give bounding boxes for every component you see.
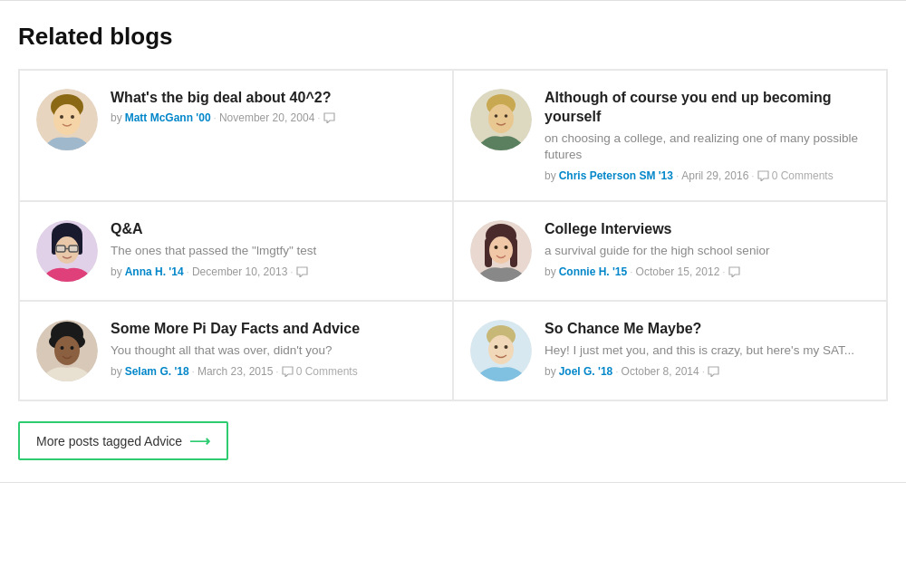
comment-count-2: 0 Comments	[772, 169, 834, 182]
card-meta-4: by Connie H. '15 · October 15, 2012 ·	[545, 265, 870, 278]
meta-by-1: by	[111, 111, 122, 124]
card-body-2: Although of course you end up becoming y…	[545, 89, 870, 182]
card-date-2: April 29, 2016	[681, 169, 748, 182]
card-meta-2: by Chris Peterson SM '13 · April 29, 201…	[545, 169, 870, 182]
card-author-1[interactable]: Matt McGann '00	[125, 111, 211, 124]
card-author-5[interactable]: Selam G. '18	[125, 365, 189, 378]
blog-card-4: College Interviews a survival guide for …	[453, 201, 887, 301]
comment-count-5: 0 Comments	[296, 365, 358, 378]
svg-point-8	[495, 114, 498, 118]
card-author-6[interactable]: Joel G. '18	[559, 365, 613, 378]
card-subtitle-5: You thought all that was over, didn't yo…	[111, 342, 436, 360]
card-subtitle-4: a survival guide for the high school sen…	[545, 243, 870, 260]
card-body-1: What's the big deal about 40^2? by Matt …	[111, 89, 436, 124]
svg-point-33	[488, 335, 514, 364]
avatar-joel	[470, 320, 532, 381]
avatar-connie	[470, 220, 532, 282]
comment-icon-3	[296, 266, 308, 277]
card-title-3[interactable]: Q&A	[111, 220, 436, 239]
card-date-4: October 15, 2012	[636, 265, 720, 278]
svg-point-22	[489, 236, 513, 264]
blog-card-3: Q&A The ones that passed the "lmgtfy" te…	[19, 201, 453, 301]
related-blogs-section: Related blogs	[0, 0, 906, 483]
avatar-anna	[36, 220, 98, 282]
svg-point-23	[495, 246, 498, 249]
arrow-icon: ⟶	[189, 432, 210, 449]
blog-card-5: Some More Pi Day Facts and Advice You th…	[19, 301, 453, 400]
meta-by-6: by	[545, 365, 556, 378]
comment-icon-2: 0 Comments	[757, 169, 834, 182]
card-date-1: November 20, 2004	[219, 111, 314, 124]
meta-by-4: by	[545, 265, 556, 278]
svg-point-35	[505, 345, 508, 349]
card-subtitle-2: on choosing a college, and realizing one…	[545, 130, 870, 165]
card-date-6: October 8, 2014	[622, 365, 699, 378]
more-posts-container: More posts tagged Advice ⟶	[18, 421, 888, 460]
svg-rect-15	[56, 246, 65, 252]
svg-point-24	[505, 246, 508, 249]
comment-icon-6	[708, 366, 719, 377]
avatar-matt	[36, 89, 98, 150]
card-title-6[interactable]: So Chance Me Maybe?	[545, 320, 870, 339]
avatar-chris	[470, 89, 532, 150]
card-body-6: So Chance Me Maybe? Hey! I just met you,…	[545, 320, 870, 378]
page-title: Related blogs	[18, 23, 888, 51]
svg-point-29	[61, 346, 64, 350]
card-date-5: March 23, 2015	[198, 365, 273, 378]
card-author-3[interactable]: Anna H. '14	[125, 265, 184, 278]
meta-by-5: by	[111, 365, 122, 378]
svg-point-4	[71, 115, 74, 119]
card-subtitle-6: Hey! I just met you, and this is crazy, …	[545, 342, 870, 360]
svg-point-30	[71, 346, 74, 350]
card-body-3: Q&A The ones that passed the "lmgtfy" te…	[111, 220, 436, 278]
comment-icon-5: 0 Comments	[282, 365, 358, 378]
blog-card-6: So Chance Me Maybe? Hey! I just met you,…	[453, 301, 887, 400]
card-meta-5: by Selam G. '18 · March 23, 2015 · 0 Com…	[111, 365, 436, 378]
blog-card-2: Although of course you end up becoming y…	[453, 70, 887, 201]
card-body-5: Some More Pi Day Facts and Advice You th…	[111, 320, 436, 378]
card-meta-6: by Joel G. '18 · October 8, 2014 ·	[545, 365, 870, 378]
svg-point-7	[488, 104, 514, 133]
meta-by-2: by	[545, 169, 556, 182]
card-subtitle-3: The ones that passed the "lmgtfy" test	[111, 243, 436, 260]
card-title-5[interactable]: Some More Pi Day Facts and Advice	[111, 320, 436, 339]
svg-point-9	[505, 114, 508, 118]
svg-point-28	[54, 336, 80, 365]
card-meta-1: by Matt McGann '00 · November 20, 2004 ·	[111, 111, 436, 124]
card-meta-3: by Anna H. '14 · December 10, 2013 ·	[111, 265, 436, 278]
svg-point-34	[495, 345, 498, 349]
card-date-3: December 10, 2013	[192, 265, 287, 278]
comment-icon-1	[323, 112, 335, 123]
meta-by-3: by	[111, 265, 122, 278]
card-author-2[interactable]: Chris Peterson SM '13	[559, 169, 673, 182]
avatar-selam	[36, 320, 98, 381]
blog-grid: What's the big deal about 40^2? by Matt …	[18, 69, 888, 401]
svg-point-3	[60, 115, 63, 119]
card-author-4[interactable]: Connie H. '15	[559, 265, 628, 278]
card-title-4[interactable]: College Interviews	[545, 220, 870, 239]
card-title-2[interactable]: Although of course you end up becoming y…	[545, 89, 870, 127]
card-title-1[interactable]: What's the big deal about 40^2?	[111, 89, 436, 108]
more-posts-label: More posts tagged Advice	[36, 434, 182, 448]
svg-rect-16	[69, 246, 78, 252]
blog-card-1: What's the big deal about 40^2? by Matt …	[19, 70, 453, 201]
svg-point-2	[53, 104, 81, 135]
card-body-4: College Interviews a survival guide for …	[545, 220, 870, 278]
more-posts-button[interactable]: More posts tagged Advice ⟶	[18, 421, 228, 460]
comment-icon-4	[728, 266, 740, 277]
